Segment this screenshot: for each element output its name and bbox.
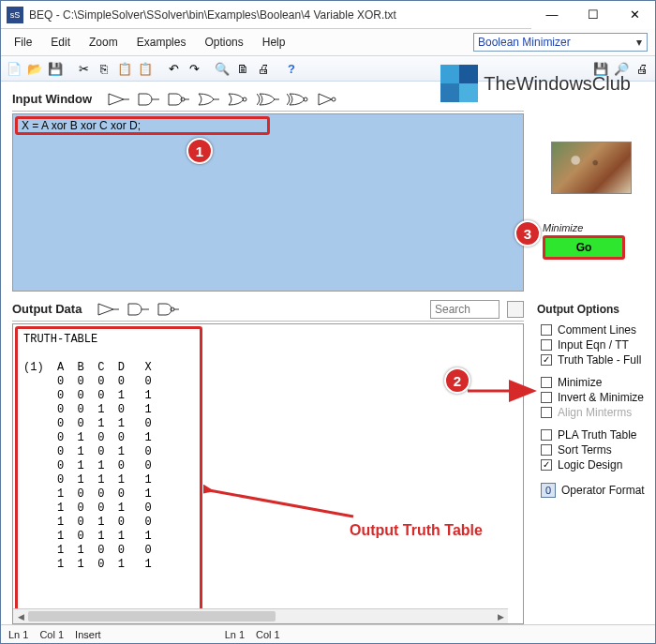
window-title: BEQ - C:\SimpleSolver\SSolver\bin\Exampl… (29, 8, 531, 22)
annotation-badge-1: 1 (186, 138, 213, 164)
annotation-badge-3: 3 (514, 220, 541, 247)
open-icon[interactable]: 📂 (25, 59, 44, 78)
input-equation: X = A xor B xor C xor D; (22, 119, 141, 132)
new-icon[interactable]: 📄 (5, 59, 23, 78)
mode-dropdown[interactable] (473, 33, 648, 52)
menu-help[interactable]: Help (253, 32, 295, 52)
annotation-arrow-right (464, 380, 539, 402)
option-sort-terms[interactable]: Sort Terms (541, 443, 648, 457)
checkbox-icon[interactable] (541, 354, 552, 366)
input-pane-title: Input Window (12, 92, 92, 106)
menu-examples[interactable]: Examples (127, 32, 196, 52)
nand-gate-icon[interactable] (157, 302, 179, 317)
option-label: Sort Terms (558, 443, 612, 457)
operator-format-value[interactable]: 0 (541, 483, 556, 498)
option-logic-design[interactable]: Logic Design (541, 458, 648, 472)
output-textarea[interactable]: TRUTH-TABLE (1) A B C D X 0 0 0 0 0 0 0 … (12, 323, 524, 624)
truth-table-text: TRUTH-TABLE (1) A B C D X 0 0 0 0 0 0 0 … (15, 326, 202, 622)
save-icon[interactable]: 💾 (46, 59, 65, 78)
option-invert-minimize[interactable]: Invert & Minimize (541, 391, 648, 404)
status-ln2: Ln 1 (225, 629, 245, 640)
input-equation-highlight: X = A xor B xor C xor D; (15, 116, 270, 135)
scroll-thumb[interactable] (28, 611, 276, 622)
xnor-gate-icon[interactable] (287, 92, 309, 107)
option-label: Logic Design (558, 458, 622, 472)
buffer-gate-icon[interactable] (107, 92, 129, 107)
option-label: Minimize (558, 376, 602, 389)
annotation-arrow-left (203, 485, 363, 522)
menu-zoom[interactable]: Zoom (80, 32, 127, 52)
checkbox-icon[interactable] (541, 377, 552, 388)
option-label: Comment Lines (558, 323, 636, 337)
status-col2: Col 1 (256, 629, 280, 640)
checkbox-icon[interactable] (541, 392, 552, 403)
minimize-label: Minimize (543, 222, 648, 233)
minimize-window-button[interactable]: — (531, 1, 573, 29)
menu-edit[interactable]: Edit (41, 32, 80, 52)
output-options-title: Output Options (537, 303, 648, 316)
search-go-button[interactable] (507, 301, 524, 318)
paste-icon[interactable]: 📋 (115, 59, 134, 78)
input-pane-header: Input Window (12, 87, 524, 112)
xor-gate-icon[interactable] (257, 92, 279, 107)
titlebar: sS BEQ - C:\SimpleSolver\SSolver\bin\Exa… (1, 1, 655, 29)
checkbox-icon[interactable] (541, 324, 552, 336)
nor-gate-icon[interactable] (227, 92, 249, 107)
option-label: Align Minterms (558, 406, 632, 419)
statusbar: Ln 1 Col 1 Insert Ln 1 Col 1 (1, 624, 655, 643)
option-minimize[interactable]: Minimize (541, 376, 648, 389)
menu-options[interactable]: Options (195, 32, 252, 52)
option-comment-lines[interactable]: Comment Lines (541, 323, 648, 337)
and-gate-icon[interactable] (127, 302, 149, 317)
not-gate-icon[interactable] (317, 92, 339, 107)
horizontal-scrollbar[interactable]: ◀ ▶ (13, 608, 508, 623)
or-gate-icon[interactable] (197, 92, 219, 107)
gate-icons (107, 92, 339, 107)
menu-file[interactable]: File (5, 32, 41, 52)
status-mode: Insert (75, 629, 101, 640)
mode-dropdown-value[interactable] (473, 33, 648, 52)
checkbox-icon[interactable] (541, 459, 552, 471)
checkbox-icon[interactable] (541, 429, 552, 441)
annotation-label: Output Truth Table (350, 522, 483, 539)
go-button[interactable]: Go (543, 235, 625, 260)
app-icon: sS (7, 7, 23, 23)
checkbox-icon[interactable] (541, 339, 552, 351)
status-col: Col 1 (39, 629, 64, 640)
cut-icon[interactable]: ✂ (74, 59, 93, 78)
option-label: Invert & Minimize (558, 391, 644, 404)
svg-line-5 (209, 490, 353, 517)
scroll-left-icon[interactable]: ◀ (13, 609, 28, 623)
copy-icon[interactable]: ⎘ (95, 59, 113, 78)
nand-gate-icon[interactable] (167, 92, 189, 107)
preview-icon[interactable]: 🗎 (233, 59, 252, 78)
checkbox-icon[interactable] (541, 444, 552, 456)
app-window: sS BEQ - C:\SimpleSolver\SSolver\bin\Exa… (0, 0, 656, 644)
help-icon[interactable]: ? (282, 59, 301, 78)
and-gate-icon[interactable] (137, 92, 159, 107)
buffer-gate-icon[interactable] (97, 302, 119, 317)
option-label: Input Eqn / TT (558, 338, 629, 352)
option-align-minterms: Align Minterms (541, 406, 648, 419)
checkbox-icon (541, 407, 552, 418)
option-label: Truth Table - Full (558, 353, 641, 367)
option-input-eqn-tt[interactable]: Input Eqn / TT (541, 338, 648, 352)
paste2-icon[interactable]: 📋 (136, 59, 155, 78)
printer-icon[interactable]: 🖨 (633, 59, 651, 78)
input-textarea[interactable]: X = A xor B xor C xor D; (12, 113, 524, 292)
maximize-window-button[interactable]: ☐ (573, 1, 614, 29)
status-ln: Ln 1 (8, 629, 28, 640)
operator-format-label: Operator Format (561, 484, 645, 497)
option-truth-table-full[interactable]: Truth Table - Full (541, 353, 648, 367)
undo-icon[interactable]: ↶ (164, 59, 183, 78)
menubar: File Edit Zoom Examples Options Help (1, 29, 655, 55)
option-label: PLA Truth Table (558, 428, 637, 442)
scroll-right-icon[interactable]: ▶ (493, 609, 508, 623)
find-icon[interactable]: 🔍 (213, 59, 231, 78)
option-pla-truth-table[interactable]: PLA Truth Table (541, 428, 648, 442)
search-input[interactable] (430, 300, 499, 319)
redo-icon[interactable]: ↷ (185, 59, 203, 78)
close-window-button[interactable]: ✕ (614, 1, 655, 29)
right-sidebar: Minimize 3 Go Output Options Comment Lin… (531, 82, 655, 624)
print-icon[interactable]: 🖨 (254, 59, 273, 78)
